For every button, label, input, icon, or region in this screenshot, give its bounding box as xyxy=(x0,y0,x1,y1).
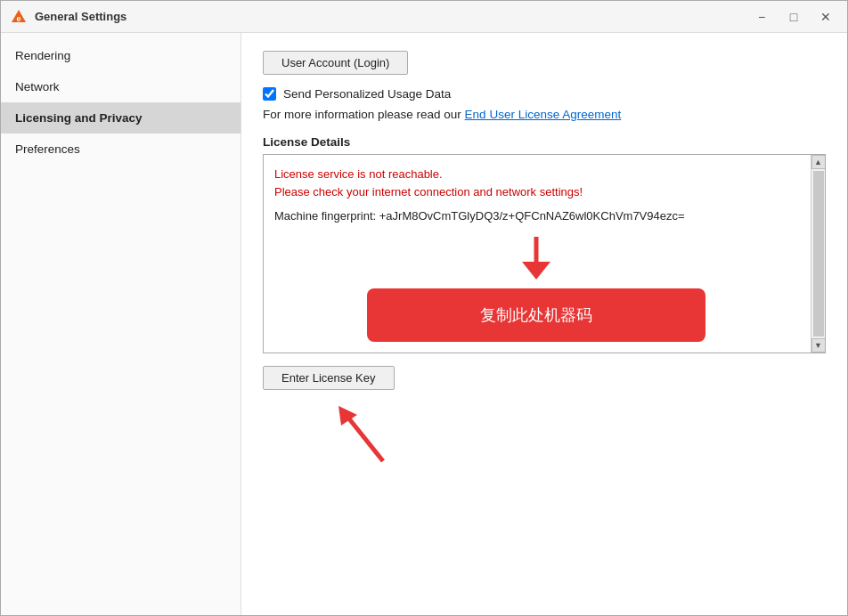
svg-marker-5 xyxy=(338,406,357,426)
fingerprint-text: Machine fingerprint: +aJrM8OvCmTGlyDQ3/z… xyxy=(274,209,798,223)
sidebar: Rendering Network Licensing and Privacy … xyxy=(1,33,241,615)
copy-machine-code-button[interactable]: 复制此处机器码 xyxy=(367,288,705,342)
eula-info-row: For more information please read our End… xyxy=(263,108,826,121)
sidebar-item-preferences[interactable]: Preferences xyxy=(1,134,241,165)
window-title: General Settings xyxy=(35,10,749,23)
error-message: License service is not reachable. Please… xyxy=(274,166,798,200)
user-account-button[interactable]: User Account (Login) xyxy=(263,51,408,75)
personalized-usage-row: Send Personalized Usage Data xyxy=(263,87,826,101)
app-icon: e xyxy=(10,8,28,26)
window-controls: − □ ✕ xyxy=(749,6,838,28)
minimize-button[interactable]: − xyxy=(749,6,774,28)
sidebar-item-licensing[interactable]: Licensing and Privacy xyxy=(1,102,241,134)
personalized-usage-label: Send Personalized Usage Data xyxy=(283,87,451,101)
scrollbar-thumb[interactable] xyxy=(813,171,824,336)
svg-line-4 xyxy=(347,417,383,461)
svg-marker-3 xyxy=(522,262,550,280)
main-panel: User Account (Login) Send Personalized U… xyxy=(241,33,847,615)
license-details-title: License Details xyxy=(263,135,826,149)
error-line2: Please check your internet connection an… xyxy=(274,183,798,201)
sidebar-item-network[interactable]: Network xyxy=(1,71,241,102)
eula-link[interactable]: End User License Agreement xyxy=(465,108,622,121)
sidebar-item-rendering[interactable]: Rendering xyxy=(1,40,241,71)
arrow-down-icon xyxy=(510,235,563,280)
title-bar: e General Settings − □ ✕ xyxy=(1,1,847,33)
svg-text:e: e xyxy=(16,14,20,23)
personalized-usage-checkbox[interactable] xyxy=(263,87,276,101)
scrollbar[interactable]: ▲ ▼ xyxy=(811,155,825,353)
enter-license-key-button[interactable]: Enter License Key xyxy=(263,366,395,390)
info-text-before: For more information please read our xyxy=(263,108,465,121)
scroll-down-arrow[interactable]: ▼ xyxy=(811,338,826,353)
main-window: e General Settings − □ ✕ Rendering Netwo… xyxy=(0,0,848,616)
maximize-button[interactable]: □ xyxy=(781,6,806,28)
arrow-up-left-icon xyxy=(334,399,396,470)
scroll-up-arrow[interactable]: ▲ xyxy=(811,155,826,169)
content-area: Rendering Network Licensing and Privacy … xyxy=(1,33,847,615)
error-line1: License service is not reachable. xyxy=(274,166,798,183)
close-button[interactable]: ✕ xyxy=(813,6,838,28)
license-details-box: License service is not reachable. Please… xyxy=(263,154,826,353)
